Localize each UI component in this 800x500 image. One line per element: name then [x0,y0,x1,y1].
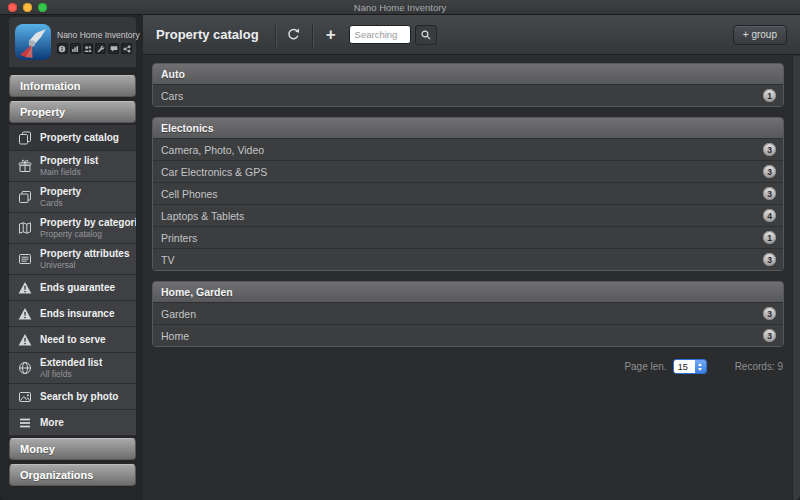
stats-button[interactable] [70,43,81,54]
main-area: Property catalog + + group [143,15,800,500]
page-length-select[interactable]: 15 [673,359,707,374]
sidebar-item-label: Ends guarantee [40,282,115,293]
app-header: Nano Home Inventory [9,17,136,67]
sidebar-section-property[interactable]: Property [9,101,136,123]
catalog-row-label: Printers [161,232,197,244]
search-button[interactable] [415,25,437,45]
catalog-row-label: Home [161,330,189,342]
catalog-group-header[interactable]: Home, Garden [153,282,783,302]
stats-icon [71,45,79,53]
magnifier-icon [420,29,432,41]
sidebar-item-label: Extended list [40,357,102,368]
search-input[interactable] [349,25,411,44]
warning-icon [16,279,33,296]
page-title: Property catalog [156,27,259,42]
catalog-row-cell-phones[interactable]: Cell Phones3 [153,182,783,204]
titlebar: Nano Home Inventory [0,0,800,15]
gift-icon [16,158,33,175]
warning-icon [16,331,33,348]
sidebar-item-property[interactable]: PropertyCards [9,182,136,213]
users-button[interactable] [83,43,94,54]
catalog-row-car-electronics-gps[interactable]: Car Electronics & GPS3 [153,160,783,182]
minimize-button[interactable] [23,3,32,12]
refresh-button[interactable] [283,24,305,46]
catalog-row-laptops-tablets[interactable]: Laptops & Tablets4 [153,204,783,226]
catalog-row-label: TV [161,254,174,266]
catalog-row-cars[interactable]: Cars1 [153,84,783,106]
share-button[interactable] [121,43,132,54]
catalog-row-label: Cars [161,90,183,102]
sidebar-item-need-to-serve[interactable]: Need to serve [9,327,136,353]
count-badge: 3 [763,187,776,200]
traffic-lights [8,3,47,12]
catalog-row-garden[interactable]: Garden3 [153,302,783,324]
sidebar-item-label: Property [40,186,81,197]
catalog-row-tv[interactable]: TV3 [153,248,783,270]
sidebar-item-label: Property by categories [40,217,132,228]
catalog-row-label: Cell Phones [161,188,218,200]
sidebar-item-property-list[interactable]: Property listMain fields [9,151,136,182]
pagination-footer: Page len. 15 Records: 9 [152,357,784,374]
info-icon [58,45,66,53]
sidebar-item-ends-insurance[interactable]: Ends insurance [9,301,136,327]
copy-icon [16,129,33,146]
sidebar-item-sublabel: Property catalog [40,229,132,239]
sidebar-item-label: Property list [40,155,98,166]
add-group-button[interactable]: + group [733,25,787,45]
toolbar: Property catalog + + group [143,15,800,55]
app-name: Nano Home Inventory [57,30,132,40]
sidebar-item-search-by-photo[interactable]: Search by photo [9,384,136,410]
catalog-group-electonics: ElectonicsCamera, Photo, Video3Car Elect… [152,117,784,271]
refresh-icon [286,27,301,42]
zoom-button[interactable] [38,3,47,12]
sidebar-item-property-attributes[interactable]: Property attributesUniversal [9,244,136,275]
tools-button[interactable] [95,43,106,54]
sidebar-section-information[interactable]: Information [9,75,136,97]
tools-icon [97,45,105,53]
sidebar-item-sublabel: Universal [40,260,129,270]
share-icon [123,45,131,53]
sidebar-section-organizations[interactable]: Organizations [9,464,136,486]
warning-icon [16,305,33,322]
catalog-group-header[interactable]: Electonics [153,118,783,138]
count-badge: 3 [763,329,776,342]
window-title: Nano Home Inventory [0,2,800,13]
sidebar-item-label: Search by photo [40,391,118,402]
close-button[interactable] [8,3,17,12]
sidebar-item-property-catalog[interactable]: Property catalog [9,125,136,151]
sidebar-item-label: Property attributes [40,248,129,259]
page-len-label: Page len. [624,361,666,372]
scrollbar-track[interactable] [792,56,800,500]
chat-icon [110,45,118,53]
catalog-group-header[interactable]: Auto [153,64,783,84]
sidebar-item-property-by-categories[interactable]: Property by categoriesProperty catalog [9,213,136,244]
toolbar-divider [275,23,276,47]
sidebar-item-sublabel: All fields [40,369,102,379]
layers-icon [16,189,33,206]
list-card-icon [16,251,33,268]
count-badge: 3 [763,143,776,156]
users-icon [84,45,92,53]
sidebar-item-extended-list[interactable]: Extended listAll fields [9,353,136,384]
count-badge: 3 [763,253,776,266]
app-logo-icon [15,24,51,60]
app-header-buttons [57,43,132,54]
info-button[interactable] [57,43,68,54]
sidebar-item-more[interactable]: More [9,410,136,436]
add-button[interactable]: + [320,24,342,46]
sidebar-item-label: Property catalog [40,132,119,143]
catalog-row-home[interactable]: Home3 [153,324,783,346]
catalog-row-label: Garden [161,308,196,320]
records-count: Records: 9 [735,361,783,372]
sidebar-item-sublabel: Cards [40,198,81,208]
catalog-row-printers[interactable]: Printers1 [153,226,783,248]
sidebar-item-label: Ends insurance [40,308,114,319]
count-badge: 1 [763,231,776,244]
chat-button[interactable] [108,43,119,54]
app-window: Nano Home Inventory [0,0,800,500]
count-badge: 1 [763,89,776,102]
sidebar-section-money[interactable]: Money [9,438,136,460]
catalog-row-camera-photo-video[interactable]: Camera, Photo, Video3 [153,138,783,160]
catalog-row-label: Laptops & Tablets [161,210,244,222]
sidebar-item-ends-guarantee[interactable]: Ends guarantee [9,275,136,301]
